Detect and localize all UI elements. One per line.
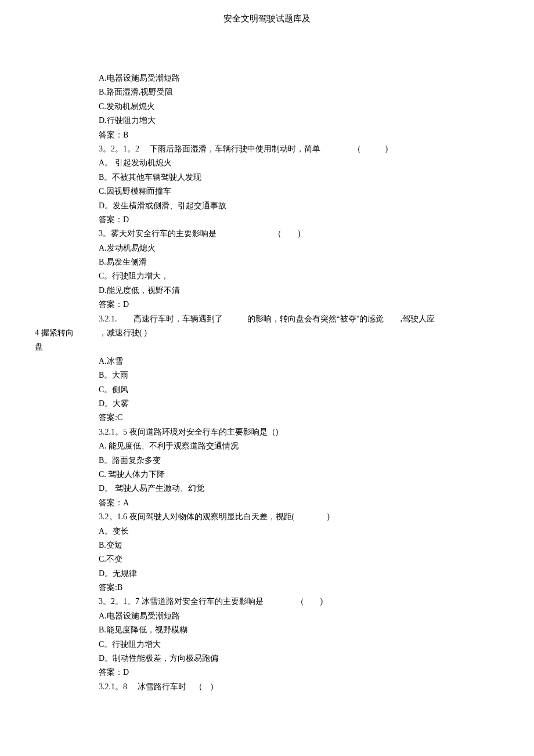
line-text: 3。2。1。2 下雨后路面湿滑，车辆行驶中使用制动时，简单 （ ) bbox=[99, 144, 388, 153]
text-line: A。变长 bbox=[99, 525, 499, 538]
text-line: D.能见度低，视野不清 bbox=[99, 284, 499, 297]
text-line: 3.2。1.6 夜间驾驶人对物体的观察明显比白天差，视距( ) bbox=[99, 511, 499, 523]
text-line: B。路面复杂多变 bbox=[99, 454, 499, 467]
line-text: C.因视野模糊而撞车 bbox=[99, 187, 171, 196]
text-line: 3.2.1。5 夜间道路环境对安全行车的主要影响是（) bbox=[99, 426, 499, 439]
text-line: A.电器设施易受潮短路 bbox=[99, 610, 499, 623]
line-text: D。制动性能极差，方向极易跑偏 bbox=[99, 654, 218, 663]
text-line: 答案：B bbox=[99, 129, 499, 142]
line-text: C.发动机易熄火 bbox=[99, 102, 155, 111]
line-text: A.电器设施易受潮短路 bbox=[99, 74, 180, 82]
text-line: C.发动机易熄火 bbox=[99, 100, 499, 113]
text-line: D。发生横滑或侧滑、引起交通事故 bbox=[99, 200, 499, 212]
text-line: 答案:B bbox=[99, 581, 499, 594]
line-text: B.能见度降低，视野模糊 bbox=[99, 625, 187, 634]
text-line: C.因视野模糊而撞车 bbox=[99, 185, 499, 198]
text-line: 答案:C bbox=[99, 411, 499, 424]
text-line: B.能见度降低，视野模糊 bbox=[99, 624, 499, 636]
text-line: B。不被其他车辆驾驶人发现 bbox=[99, 171, 499, 184]
hanging-left-text: 盘 bbox=[35, 341, 99, 353]
line-text: 答案：D bbox=[99, 215, 129, 224]
line-text: 答案：D bbox=[99, 668, 129, 677]
text-line: 3。雾天对安全行车的主要影响是 （ ) bbox=[99, 227, 499, 240]
line-text: D.能见度低，视野不清 bbox=[99, 286, 180, 295]
text-line: B.易发生侧滑 bbox=[99, 256, 499, 269]
line-text: C. 驾驶人体力下降 bbox=[99, 470, 165, 479]
line-text: B.变短 bbox=[99, 541, 122, 549]
line-text: A. 能见度低、不利于观察道路交通情况 bbox=[99, 442, 239, 450]
line-text: C。行驶阻力增大 bbox=[99, 640, 161, 649]
line-text: 答案：B bbox=[99, 131, 128, 139]
text-line: 3.2.1。8 冰雪路行车时 （ ) bbox=[99, 681, 499, 693]
text-line: D.行驶阻力增大 bbox=[99, 114, 499, 127]
text-line: C.不变 bbox=[99, 553, 499, 566]
text-line: C。侧风 bbox=[99, 384, 499, 396]
line-text: B。不被其他车辆驾驶人发现 bbox=[99, 173, 201, 182]
line-text: C。侧风 bbox=[99, 385, 128, 394]
line-text: A。变长 bbox=[99, 527, 129, 536]
line-text: 3.2.1. 高速行车时，车辆遇到了 的影响，转向盘会有突然“被夺"的感觉 ,驾… bbox=[99, 314, 435, 323]
text-line: 3。2。1。7 冰雪道路对安全行车的主要影响是 （ ) bbox=[99, 595, 499, 608]
text-line: 答案：D bbox=[99, 214, 499, 226]
line-text: 3.2.1。5 夜间道路环境对安全行车的主要影响是（) bbox=[99, 428, 278, 436]
text-line: 答案：A bbox=[99, 497, 499, 509]
line-text: 3.2。1.6 夜间驾驶人对物体的观察明显比白天差，视距( ) bbox=[99, 512, 330, 521]
text-line: C。行驶阻力增大 bbox=[99, 638, 499, 651]
line-text: D。 驾驶人易产生激动、幻觉 bbox=[99, 484, 204, 493]
line-text: A.冰雪 bbox=[99, 357, 123, 366]
line-text: B.路面湿滑,视野受阻 bbox=[99, 88, 173, 96]
text-line: B.路面湿滑,视野受阻 bbox=[99, 86, 499, 99]
line-text: 3。2。1。7 冰雪道路对安全行车的主要影响是 （ ) bbox=[99, 597, 323, 606]
text-line: D。大雾 bbox=[99, 397, 499, 410]
line-text: 答案:C bbox=[99, 413, 122, 422]
text-line: D。无规律 bbox=[99, 567, 499, 580]
line-text: C.不变 bbox=[99, 555, 122, 563]
text-line: A. 能见度低、不利于观察道路交通情况 bbox=[99, 440, 499, 453]
line-text: 答案：D bbox=[99, 300, 129, 309]
text-line: B。大雨 bbox=[99, 369, 499, 382]
text-line: C. 驾驶人体力下降 bbox=[99, 468, 499, 481]
text-line: A.冰雪 bbox=[99, 355, 499, 368]
text-line: A.发动机易熄火 bbox=[99, 242, 499, 255]
line-text: 3.2.1。8 冰雪路行车时 （ ) bbox=[99, 682, 213, 691]
line-text: D。大雾 bbox=[99, 399, 129, 408]
line-text: B。大雨 bbox=[99, 371, 128, 379]
line-text: B.易发生侧滑 bbox=[99, 258, 147, 266]
text-line: A。 引起发动机熄火 bbox=[99, 157, 499, 169]
text-line: A.电器设施易受潮短路 bbox=[99, 72, 499, 85]
text-line: C。行驶阻力增大， bbox=[99, 270, 499, 283]
text-line: 3。2。1。2 下雨后路面湿滑，车辆行驶中使用制动时，简单 （ ) bbox=[99, 143, 499, 155]
line-text: A.发动机易熄火 bbox=[99, 244, 156, 252]
text-line: 盘 bbox=[99, 341, 499, 353]
text-line: 3.2.1. 高速行车时，车辆遇到了 的影响，转向盘会有突然“被夺"的感觉 ,驾… bbox=[99, 313, 499, 325]
text-line: B.变短 bbox=[99, 539, 499, 552]
page-title: 安全文明驾驶试题库及 bbox=[35, 12, 499, 26]
text-line: 答案：D bbox=[99, 298, 499, 311]
text-line: D。制动性能极差，方向极易跑偏 bbox=[99, 652, 499, 665]
document-body: A.电器设施易受潮短路B.路面湿滑,视野受阻C.发动机易熄火D.行驶阻力增大答案… bbox=[35, 72, 499, 693]
text-line: D。 驾驶人易产生激动、幻觉 bbox=[99, 482, 499, 495]
text-line: 4 握紧转向，减速行驶( ) bbox=[99, 327, 499, 339]
line-text: A.电器设施易受潮短路 bbox=[99, 612, 180, 620]
line-text bbox=[99, 342, 101, 351]
hanging-left-text: 4 握紧转向 bbox=[35, 327, 99, 339]
line-text: 答案:B bbox=[99, 583, 122, 592]
line-text: A。 引起发动机熄火 bbox=[99, 158, 172, 167]
line-text: D.行驶阻力增大 bbox=[99, 116, 156, 125]
text-line: 答案：D bbox=[99, 666, 499, 679]
line-text: 答案：A bbox=[99, 498, 129, 507]
line-text: D。发生横滑或侧滑、引起交通事故 bbox=[99, 201, 226, 210]
line-text: B。路面复杂多变 bbox=[99, 456, 161, 465]
line-text: D。无规律 bbox=[99, 569, 137, 578]
line-text: C。行驶阻力增大， bbox=[99, 272, 169, 280]
line-text: ，减速行驶( ) bbox=[99, 328, 147, 337]
line-text: 3。雾天对安全行车的主要影响是 （ ) bbox=[99, 229, 301, 238]
